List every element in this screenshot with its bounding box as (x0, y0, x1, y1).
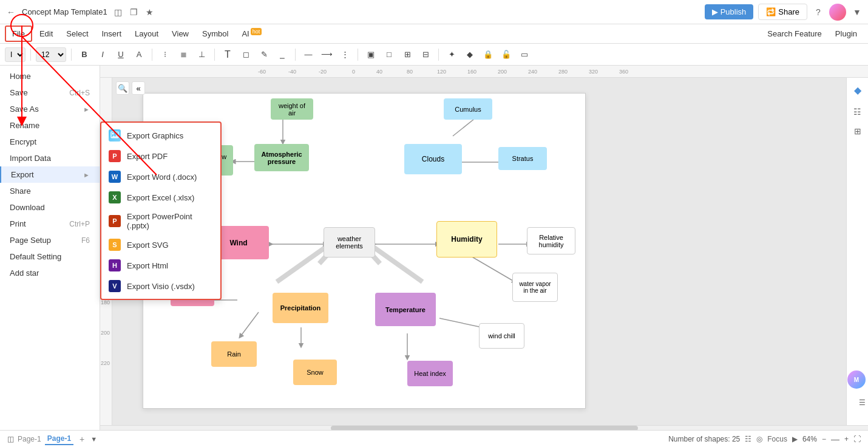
export-excel[interactable]: X Export Excel (.xlsx) (101, 187, 220, 208)
export-ppt[interactable]: P Export PowerPoint (.pptx) (101, 208, 220, 234)
bold-button[interactable]: B (76, 47, 92, 63)
align-v-button[interactable]: ⊥ (194, 47, 209, 63)
underline-button[interactable]: U (113, 47, 129, 63)
scrollbar-thumb[interactable] (331, 426, 638, 430)
node-rain[interactable]: Rain (211, 341, 257, 367)
publish-button[interactable]: ▶ Publish (705, 4, 754, 19)
node-humidity[interactable]: Humidity (436, 221, 497, 258)
line-style-button[interactable]: ― (300, 47, 316, 63)
help-icon[interactable]: ? (812, 6, 824, 18)
canvas[interactable]: 🔍 « (112, 78, 868, 425)
menu-print[interactable]: Print Ctrl+P (0, 216, 100, 232)
font-family-select[interactable]: I (5, 47, 25, 62)
horizontal-scrollbar[interactable] (100, 425, 868, 430)
menu-rename[interactable]: Rename (0, 117, 100, 134)
font-color-button[interactable]: A (131, 47, 147, 63)
connector-button[interactable]: ⎯ (274, 47, 290, 63)
arrow-style-button[interactable]: ⟶ (319, 47, 334, 63)
canvas-collapse-icon[interactable]: « (132, 81, 145, 95)
export-html[interactable]: H Export Html (101, 255, 220, 276)
node-cumulus[interactable]: Cumulus (444, 98, 492, 120)
special-effect-button[interactable]: ✦ (444, 47, 459, 63)
fit-screen-icon[interactable]: ⛶ (853, 435, 861, 443)
menu-insert[interactable]: Insert (96, 27, 128, 41)
node-relative-humidity[interactable]: Relative humidity (527, 227, 575, 254)
node-water-vapor[interactable]: water vapor in the air (512, 273, 558, 302)
menu-share[interactable]: Share (0, 183, 100, 199)
page-active-tab[interactable]: Page-1 (45, 433, 73, 445)
pen-button[interactable]: ✎ (256, 47, 272, 63)
canvas-search-icon[interactable]: 🔍 (116, 81, 129, 95)
node-heat-index[interactable]: Heat index (407, 361, 453, 386)
dashed-line-button[interactable]: ⋮ (337, 47, 353, 63)
align-button[interactable]: ⁝ (157, 47, 173, 63)
export-graphics[interactable]: Export Graphics (101, 125, 220, 146)
menu-select[interactable]: Select (60, 27, 94, 41)
menu-export[interactable]: Export ► (0, 166, 100, 183)
menu-default-setting[interactable]: Default Setting (0, 248, 100, 265)
menu-save[interactable]: Save Ctrl+S (0, 84, 100, 101)
back-icon[interactable]: ← (5, 6, 17, 18)
page-inactive-label[interactable]: Page-1 (18, 435, 41, 443)
menu-search[interactable]: Search Feature (761, 27, 828, 41)
menu-symbol[interactable]: Symbol (196, 27, 234, 41)
page-chevron[interactable]: ▼ (90, 435, 97, 443)
account-chevron-icon[interactable]: ▼ (851, 6, 863, 18)
node-weather-elements[interactable]: weather elements (324, 227, 375, 258)
menu-view[interactable]: View (166, 27, 195, 41)
menu-page-setup[interactable]: Page Setup F6 (0, 232, 100, 248)
node-wind-chill[interactable]: wind chill (479, 323, 524, 349)
thumbnail-icon[interactable]: ◫ (112, 6, 124, 18)
menu-add-star[interactable]: Add star (0, 265, 100, 281)
align-h-button[interactable]: ≣ (175, 47, 191, 63)
theme-button[interactable]: ◆ (462, 47, 478, 63)
menu-encrypt[interactable]: Encrypt (0, 134, 100, 150)
add-page-button[interactable]: + (80, 434, 84, 444)
export-svg[interactable]: S Export SVG (101, 234, 220, 255)
menu-save-as[interactable]: Save As ► (0, 101, 100, 117)
right-grid-icon[interactable]: ⊞ (850, 124, 865, 138)
right-layout-icon[interactable]: ☷ (850, 104, 865, 119)
zoom-in-icon[interactable]: + (844, 435, 849, 443)
menu-home[interactable]: Home (0, 68, 100, 84)
zoom-out-icon[interactable]: − (822, 435, 826, 443)
shape-button[interactable]: ▣ (363, 47, 379, 63)
node-weight-air[interactable]: weight of air (271, 98, 313, 120)
ungroup-button[interactable]: ⊟ (418, 47, 433, 63)
eraser-button[interactable]: ◻ (238, 47, 254, 63)
group-button[interactable]: ⊞ (399, 47, 415, 63)
italic-button[interactable]: I (95, 47, 110, 63)
rect-button[interactable]: □ (381, 47, 397, 63)
node-stratus[interactable]: Stratus (498, 147, 547, 170)
node-temperature[interactable]: Temperature (375, 293, 436, 326)
avatar[interactable] (829, 4, 846, 21)
menu-layout[interactable]: Layout (129, 27, 164, 41)
right-style-icon[interactable]: ◆ (850, 83, 865, 97)
page-layout-icon[interactable]: ◫ (7, 435, 14, 443)
export-icon[interactable]: ❐ (128, 6, 140, 18)
export-word[interactable]: W Export Word (.docx) (101, 166, 220, 187)
unlock-button[interactable]: 🔓 (498, 47, 514, 63)
lock-button[interactable]: 🔒 (480, 47, 496, 63)
zoom-slider[interactable]: ― (831, 434, 839, 444)
menu-import-data[interactable]: Import Data (0, 150, 100, 166)
export-visio[interactable]: V Export Visio (.vsdx) (101, 276, 220, 296)
share-button[interactable]: 🔁 Share (758, 4, 807, 20)
fullscreen-icon-btn[interactable]: ▭ (517, 47, 532, 63)
node-snow[interactable]: Snow (293, 360, 337, 385)
focus-label[interactable]: Focus (767, 435, 787, 443)
right-bottom-icon[interactable]: ☰ (859, 398, 866, 407)
menu-file[interactable]: File (5, 26, 32, 42)
text-button[interactable]: T (220, 47, 236, 63)
node-clouds[interactable]: Clouds (404, 144, 462, 174)
play-icon[interactable]: ▶ (792, 435, 798, 443)
star-icon[interactable]: ★ (144, 6, 156, 18)
menu-download[interactable]: Download (0, 199, 100, 216)
menu-plugin[interactable]: Plugin (829, 27, 863, 41)
node-atm-pressure[interactable]: Atmospheric pressure (254, 144, 309, 171)
menu-ai[interactable]: AIhot (236, 26, 268, 41)
font-size-select[interactable]: 12 (36, 47, 66, 62)
layers-icon[interactable]: ☷ (745, 435, 751, 443)
export-pdf[interactable]: P Export PDF (101, 146, 220, 166)
focus-container-icon[interactable]: ◎ (756, 435, 762, 443)
